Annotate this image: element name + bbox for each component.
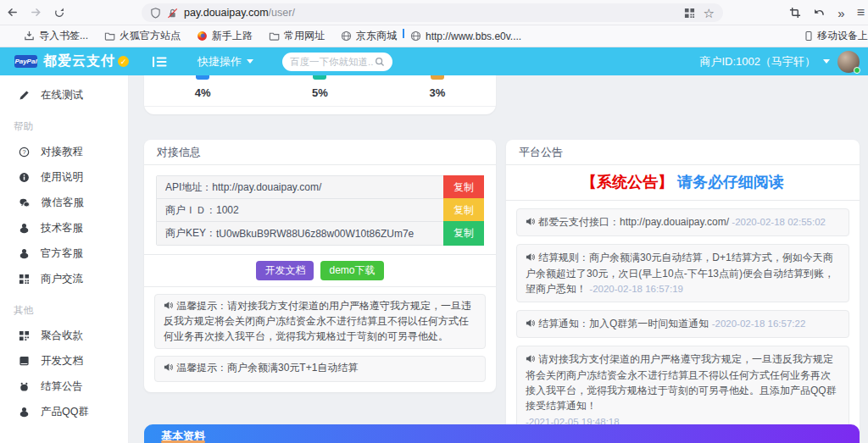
qr-scan-icon[interactable] (684, 8, 695, 19)
forward-button[interactable] (24, 6, 47, 19)
rate-icon (313, 75, 326, 80)
qr-icon (19, 274, 30, 285)
announcement-item: 都爱云支付接口：http://pay.douaipay.com/ -2020-0… (516, 208, 849, 236)
import-icon (24, 30, 35, 42)
url-bar[interactable]: pay.douaipay.com/user/ ☆ (142, 3, 723, 22)
bookmark-jd[interactable]: 京东商城 (341, 29, 397, 43)
bookmarks-bar: 导入书签... 火狐官方站点 新手上路 常用网址 京东商城 http://www… (0, 25, 868, 47)
search-input[interactable] (290, 57, 375, 67)
browser-toolbar: pay.douaipay.com/user/ ☆ » ≡ (0, 0, 868, 25)
sidebar-item-tech-support[interactable]: 技术客服 (0, 215, 128, 241)
forward-icon (30, 6, 42, 19)
announcement-item: 结算通知：加入Q群第一时间知道通知 -2020-02-18 16:57:22 (516, 310, 849, 338)
screenshot-icon[interactable] (789, 7, 801, 19)
demo-download-button[interactable]: demo下载 (320, 261, 383, 280)
bookmark-folder-firefox[interactable]: 火狐官方站点 (104, 29, 181, 43)
undo-icon[interactable] (813, 8, 826, 19)
url-path: /user/ (269, 7, 295, 19)
dev-docs-button[interactable]: 开发文档 (256, 261, 314, 280)
integration-card: 对接信息 API地址：http://pay.douaipay.com/ 复制 商… (144, 140, 496, 392)
system-notice-headline: 【系统公告】 请务必仔细阅读 (506, 165, 860, 201)
reload-button[interactable] (47, 7, 71, 19)
merchant-id-label: 商户ID:1002（马宇轩） (699, 54, 815, 69)
sidebar-section-help: 帮助 (0, 108, 128, 139)
sidebar-item-instructions[interactable]: 使用说明 (0, 164, 128, 190)
svg-text:?: ? (22, 148, 25, 156)
qq-icon (19, 407, 30, 418)
online-status-dot (854, 67, 860, 74)
wechat-icon (19, 197, 31, 208)
qr-icon (19, 330, 30, 341)
question-icon: ? (19, 147, 30, 158)
quick-actions-menu[interactable]: 快捷操作 (198, 54, 253, 69)
warm-tip-1: 温馨提示：请对接我方支付渠道的用户严格遵守我方规定，一旦违反我方规定将会关闭商户… (154, 294, 486, 349)
search-icon (375, 57, 385, 67)
brand-logo: PayPal (14, 55, 37, 68)
globe-icon (341, 30, 352, 42)
speaker-icon (526, 251, 535, 266)
avatar[interactable] (837, 51, 860, 73)
phone-icon (804, 30, 814, 42)
sidebar-item-wechat-support[interactable]: 微信客服 (0, 190, 128, 215)
announcement-item: 结算规则：商户余额满30元自动结算，D+1结算方式，例如今天商户余额超过了30元… (516, 244, 849, 302)
copy-merchant-key-button[interactable]: 复制 (443, 221, 484, 246)
book-icon (19, 356, 30, 367)
integration-card-title: 对接信息 (144, 140, 496, 165)
bot-icon (19, 381, 30, 392)
merchant-id-row: 商户ＩＤ：1002 复制 (157, 199, 483, 222)
info-icon (19, 172, 30, 183)
app-header: PayPal 都爱云支付 ✓ 快捷操作 商户ID:1002（马宇轩） (0, 47, 868, 75)
search-box[interactable] (282, 53, 392, 71)
sidebar-item-online-test[interactable]: 在线测试 (0, 82, 128, 108)
pencil-icon (19, 90, 30, 101)
folder-icon (104, 30, 115, 42)
reload-icon (53, 7, 65, 19)
collapse-sidebar-button[interactable] (153, 56, 167, 68)
announcements-card-title: 平台公告 (506, 140, 860, 165)
rate-value: 3% (429, 86, 445, 99)
back-button[interactable] (0, 6, 24, 19)
rates-card: 4% 5% 3% (144, 75, 496, 114)
announcement-timestamp: -2020-02-18 02:55:02 (732, 217, 826, 227)
sidebar-section-other: 其他 (0, 291, 128, 323)
announcement-timestamp: -2020-02-18 16:57:19 (589, 284, 683, 294)
announcement-timestamp: -2020-02-18 16:57:22 (712, 318, 806, 329)
sidebar-item-product-qq-group[interactable]: 产品QQ群 (0, 399, 128, 424)
speaker-icon (526, 215, 535, 230)
rate-icon (431, 75, 444, 80)
list-icon (153, 56, 167, 68)
rate-icon (196, 75, 209, 80)
bookmark-star-icon[interactable]: ☆ (704, 7, 715, 19)
qq-icon (19, 223, 30, 234)
bookmark-import[interactable]: 导入书签... (24, 29, 88, 43)
firefox-icon (197, 30, 208, 42)
announcements-card: 平台公告 【系统公告】 请务必仔细阅读 都爱云支付接口：http://pay.d… (506, 140, 860, 443)
speaker-icon (164, 362, 173, 376)
speaker-icon (164, 300, 173, 314)
chevron-down-icon[interactable] (823, 59, 830, 64)
overflow-chevron-icon[interactable]: » (837, 7, 844, 19)
menu-icon[interactable]: ≡ (857, 6, 865, 19)
rate-value: 4% (195, 86, 211, 99)
speaker-icon (526, 352, 535, 368)
sidebar-item-docking-tutorial[interactable]: ? 对接教程 (0, 139, 128, 164)
drop-indicator (403, 29, 404, 38)
folder-icon (269, 30, 280, 42)
copy-api-url-button[interactable]: 复制 (443, 175, 484, 199)
sidebar-item-dev-docs[interactable]: 开发文档 (0, 348, 128, 374)
verified-badge-icon: ✓ (118, 56, 129, 67)
sidebar-item-settlement-notice[interactable]: 结算公告 (0, 374, 128, 399)
bookmark-bbs[interactable]: http://www.bbs.e0v.... (410, 30, 521, 42)
sidebar-item-merchant-exchange[interactable]: 商户交流 (0, 266, 128, 291)
integration-rows: API地址：http://pay.douaipay.com/ 复制 商户ＩＤ：1… (156, 175, 484, 246)
bookmark-mobile[interactable]: 移动设备上的书签 (804, 29, 868, 43)
lock-broken-icon (167, 8, 178, 19)
chevron-down-icon (247, 59, 253, 64)
merchant-key-row: 商户KEY：tU0wBkuB9RW88U6z88w00W10t86ZUm7e 复… (157, 222, 483, 245)
copy-merchant-id-button[interactable]: 复制 (443, 198, 484, 222)
bookmark-folder-common[interactable]: 常用网址 (269, 29, 325, 43)
sidebar-item-aggregate-collection[interactable]: 聚合收款 (0, 323, 128, 348)
sidebar-item-official-support[interactable]: 官方客服 (0, 241, 128, 266)
bookmark-getting-started[interactable]: 新手上路 (197, 29, 253, 43)
globe-icon (410, 30, 421, 42)
